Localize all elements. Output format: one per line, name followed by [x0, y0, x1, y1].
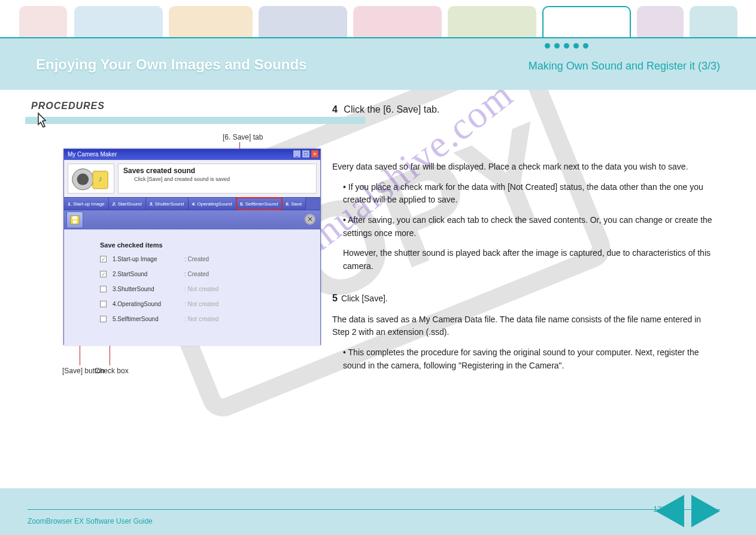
- top-tab-strip: [0, 6, 756, 37]
- item-status: : Not created: [184, 286, 218, 292]
- top-tab[interactable]: [690, 6, 737, 37]
- banner-text: Saves created sound Click [Save] and cre…: [118, 164, 317, 194]
- wizard-tab[interactable]: 1. Start-up Image: [64, 198, 109, 210]
- top-tab[interactable]: [637, 6, 684, 37]
- svg-marker-9: [655, 495, 684, 527]
- body-p2: • If you place a check mark for the data…: [343, 181, 715, 207]
- close-button[interactable]: ×: [311, 150, 319, 158]
- wizard-tab[interactable]: 4. OperatingSound: [189, 198, 236, 210]
- top-tab[interactable]: [448, 6, 536, 37]
- window-banner: ♪ Saves created sound Click [Save] and c…: [64, 160, 320, 197]
- app-window: My Camera Maker _ □ × ♪ Saves created so…: [63, 149, 321, 345]
- banner-icon: ♪: [68, 164, 114, 194]
- svg-marker-10: [691, 495, 720, 527]
- item-status: : Created: [184, 271, 209, 277]
- checkbox[interactable]: [100, 316, 107, 322]
- save-item-row: ✓1.Start-up Image: Created: [100, 256, 302, 262]
- wizard-tab[interactable]: 6. Save: [282, 198, 306, 210]
- body-title: Save checked items: [100, 241, 302, 249]
- window-tabs: 1. Start-up Image2. StartSound3. Shutter…: [64, 197, 320, 210]
- window-controls: _ □ ×: [293, 150, 319, 158]
- step-5: 5Click [Save].: [332, 291, 715, 306]
- minimize-button[interactable]: _: [293, 150, 301, 158]
- step-number: 4: [332, 104, 338, 114]
- body-p1: Every data saved so far will be displaye…: [332, 161, 715, 174]
- svg-rect-8: [73, 220, 77, 223]
- item-label: 1.Start-up Image: [113, 256, 184, 262]
- save-button[interactable]: [66, 211, 83, 228]
- item-label: 3.ShutterSound: [113, 286, 184, 292]
- chapter-title: Enjoying Your Own Images and Sounds: [36, 56, 307, 73]
- footer-band: ZoomBrowser EX Software User Guide 136: [0, 488, 756, 535]
- svg-point-3: [77, 174, 89, 185]
- item-label: 2.StartSound: [113, 271, 184, 277]
- window-titlebar: My Camera Maker _ □ ×: [64, 149, 320, 160]
- item-status: : Created: [184, 256, 209, 262]
- save-item-row: 4.OperatingSound: Not created: [100, 301, 302, 307]
- save-item-row: 5.SelftimerSound: Not created: [100, 316, 302, 322]
- top-tab[interactable]: [74, 6, 163, 37]
- callout-top: [6. Save] tab: [223, 133, 263, 141]
- wizard-tab[interactable]: 2. StartSound: [109, 198, 146, 210]
- item-label: 4.OperatingSound: [113, 301, 184, 307]
- window-toolbar: ✕: [64, 210, 320, 229]
- checkbox[interactable]: [100, 301, 107, 307]
- window-title-text: My Camera Maker: [68, 151, 117, 158]
- top-tab[interactable]: [353, 6, 442, 37]
- svg-text:♪: ♪: [98, 174, 102, 183]
- checkbox[interactable]: [100, 286, 107, 292]
- save-item-row: 3.ShutterSound: Not created: [100, 286, 302, 292]
- item-status: : Not created: [184, 316, 218, 322]
- procedures-bar: [25, 117, 365, 124]
- top-tab[interactable]: [169, 6, 253, 37]
- mouse-icon: [35, 111, 54, 130]
- procedures-label: PROCEDURES: [31, 101, 105, 111]
- footer-line: [28, 509, 720, 510]
- top-tab[interactable]: [19, 6, 67, 37]
- body-text-column: Every data saved so far will be displaye…: [332, 161, 715, 379]
- save-item-row: ✓2.StartSound: Created: [100, 271, 302, 277]
- next-page-button[interactable]: [691, 495, 724, 529]
- item-label: 5.SelftimerSound: [113, 316, 184, 322]
- body-p3: • After saving, you can click each tab t…: [343, 214, 715, 240]
- wizard-tab[interactable]: 5. SelftimerSound: [236, 198, 283, 210]
- step-4: 4 Click the [6. Save] tab.: [332, 104, 439, 115]
- wizard-tab[interactable]: 3. ShutterSound: [146, 198, 189, 210]
- top-tab[interactable]: [542, 6, 631, 37]
- toolbar-close-icon[interactable]: ✕: [305, 214, 315, 225]
- body-p4: However, the shutter sound is played bac…: [343, 247, 715, 273]
- body2-p2: • This completes the procedure for savin…: [343, 346, 715, 372]
- top-tab[interactable]: [259, 6, 347, 37]
- body2-p1: The data is saved as a My Camera Data fi…: [332, 313, 715, 339]
- maximize-button[interactable]: □: [302, 150, 310, 158]
- page-subtitle: Making Own Sound and Register it (3/3): [529, 60, 720, 72]
- callout-bottom: Check box: [95, 367, 129, 375]
- prev-page-button[interactable]: [652, 495, 684, 529]
- header-band: Enjoying Your Own Images and Sounds Maki…: [0, 38, 756, 90]
- banner-title: Saves created sound: [123, 167, 311, 175]
- footer-text: ZoomBrowser EX Software User Guide: [28, 517, 153, 525]
- step-text: Click the [6. Save] tab.: [344, 104, 439, 114]
- checkbox[interactable]: ✓: [100, 271, 107, 277]
- svg-rect-7: [72, 216, 77, 219]
- item-status: : Not created: [184, 301, 218, 307]
- window-body: Save checked items ✓1.Start-up Image: Cr…: [64, 229, 320, 346]
- header-dots: [545, 43, 588, 49]
- banner-subtitle: Click [Save] and created sound is saved: [134, 176, 311, 182]
- checkbox[interactable]: ✓: [100, 256, 107, 262]
